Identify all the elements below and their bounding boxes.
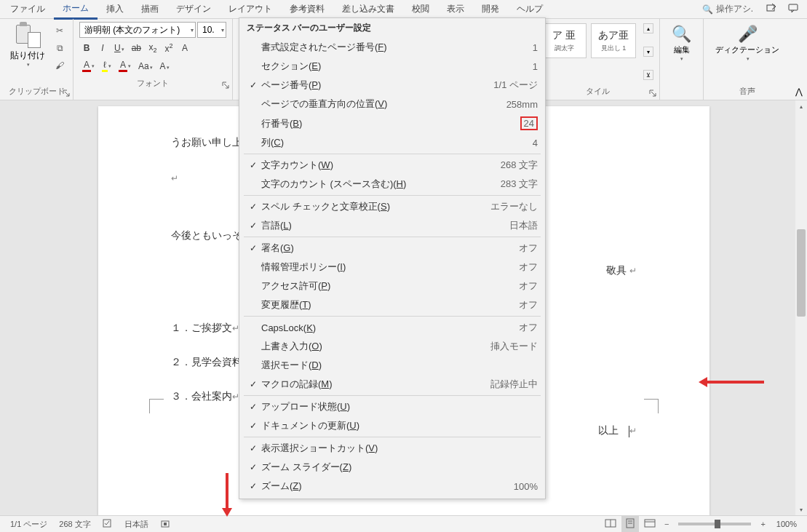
zoom-in-button[interactable]: + [757, 517, 768, 531]
styles-gallery[interactable]: ア 亜 調太字 あア亜 見出し 1 [540, 22, 642, 82]
paste-label[interactable]: 貼り付け [10, 49, 45, 62]
bold-button[interactable]: B [79, 41, 94, 55]
menu-item[interactable]: セクション(E)1 [239, 57, 545, 76]
menu-item[interactable]: ✓アップロード状態(U) [239, 397, 545, 416]
menu-references[interactable]: 参考資料 [281, 0, 333, 18]
menu-item[interactable]: 書式設定されたページ番号(F)1 [239, 38, 545, 57]
menu-item[interactable]: ✓表示選択ショートカット(V) [239, 439, 545, 458]
view-print-layout[interactable] [621, 516, 639, 532]
scroll-track[interactable] [795, 112, 807, 504]
zoom-slider-thumb[interactable] [715, 520, 720, 528]
menu-item[interactable]: アクセス許可(P)オフ [239, 277, 545, 295]
menu-item[interactable]: ✓スペル チェックと文章校正(S)エラーなし [239, 197, 545, 216]
menu-item-label: アップロード状態(U) [261, 400, 538, 413]
menu-item-label: 署名(G) [261, 242, 519, 255]
font-size-combo[interactable]: 10.▾ [197, 22, 226, 38]
menu-item[interactable]: ✓マクロの記録(M)記録停止中 [239, 375, 545, 394]
chevron-down-icon: ▾ [191, 27, 194, 33]
share-button[interactable] [762, 1, 781, 17]
scroll-down-button[interactable]: ▾ [795, 504, 807, 515]
menu-item[interactable]: CapsLock(K)オフ [239, 318, 545, 337]
menu-help[interactable]: ヘルプ [508, 0, 552, 18]
dialog-launcher-icon[interactable] [649, 90, 656, 97]
menu-item[interactable]: ✓ページ番号(P)1/1 ページ [239, 76, 545, 95]
view-web-layout[interactable] [640, 517, 659, 531]
menu-item[interactable]: ✓ドキュメントの更新(U) [239, 416, 545, 435]
zoom-slider[interactable] [678, 523, 751, 525]
strikethrough-button[interactable]: ab [129, 41, 144, 55]
cut-icon[interactable]: ✂ [54, 25, 65, 36]
italic-button[interactable]: I [95, 41, 110, 55]
menu-item[interactable]: ✓署名(G)オフ [239, 239, 545, 258]
menu-mailings[interactable]: 差し込み文書 [333, 0, 403, 18]
paste-icon[interactable] [15, 22, 41, 48]
menu-item[interactable]: ✓ズーム スライダー(Z) [239, 458, 545, 477]
menu-item-value: 挿入モード [490, 340, 538, 353]
view-read-mode[interactable] [601, 517, 620, 531]
menu-review[interactable]: 校閲 [403, 0, 438, 18]
format-painter-icon[interactable]: 🖌 [54, 60, 65, 71]
menu-view[interactable]: 表示 [438, 0, 473, 18]
clear-format-button[interactable]: A [178, 41, 192, 55]
copy-icon[interactable]: ⧉ [54, 42, 65, 54]
styles-expand[interactable]: ⊻ [643, 70, 653, 80]
menu-item[interactable]: 選択モード(D) [239, 356, 545, 375]
styles-scroll-up[interactable]: ▴ [643, 23, 653, 33]
superscript-button[interactable]: x2 [162, 41, 176, 55]
style-item[interactable]: ア 亜 調太字 [541, 23, 587, 58]
ribbon-group-voice: 🎤 ディクテーション ▾ 音声 [704, 19, 791, 100]
chevron-down-icon[interactable]: ▾ [27, 62, 30, 68]
highlight-color-button[interactable]: ℓ▾ [99, 58, 114, 74]
editing-button[interactable]: 🔍 編集 ▾ [664, 22, 699, 92]
zoom-level[interactable]: 100% [771, 520, 803, 528]
menu-item[interactable]: 行番号(B)24 [239, 114, 545, 133]
dictate-button[interactable]: 🎤 ディクテーション ▾ [708, 22, 787, 82]
change-case-button[interactable]: Aa▾ [135, 60, 156, 73]
text-effects-button[interactable]: A▾ [157, 60, 172, 73]
menu-file[interactable]: ファイル [1, 0, 54, 18]
underline-button[interactable]: U▾ [111, 41, 127, 55]
menu-draw[interactable]: 描画 [132, 0, 167, 18]
font-group-label: フォント [73, 76, 232, 92]
menu-item[interactable]: ✓言語(L)日本語 [239, 216, 545, 235]
styles-scroll-down[interactable]: ▾ [643, 47, 653, 57]
collapse-ribbon-button[interactable]: ⋀ [791, 87, 807, 97]
status-page[interactable]: 1/1 ページ [4, 519, 53, 530]
menu-layout[interactable]: レイアウト [220, 0, 281, 18]
status-macro-icon[interactable] [154, 518, 176, 530]
check-icon: ✓ [245, 402, 261, 412]
font-color-button[interactable]: A▾ [79, 58, 98, 74]
dialog-launcher-icon[interactable] [222, 82, 229, 89]
menu-item[interactable]: 情報管理ポリシー(I)オフ [239, 258, 545, 277]
menu-item[interactable]: 上書き入力(O)挿入モード [239, 337, 545, 356]
check-icon: ✓ [245, 221, 261, 231]
menu-separator [244, 437, 541, 437]
font-fill-button[interactable]: A▾ [116, 58, 134, 74]
vertical-scrollbar[interactable]: ▴ ▾ [795, 100, 807, 515]
menu-home[interactable]: ホーム [54, 0, 98, 20]
menu-item[interactable]: 文字のカウント (スペース含む)(H)283 文字 [239, 175, 545, 194]
menu-item-label: 言語(L) [261, 219, 509, 232]
menu-design[interactable]: デザイン [167, 0, 220, 18]
microphone-icon: 🎤 [738, 25, 758, 44]
menu-item[interactable]: ✓ズーム(Z)100% [239, 477, 545, 496]
status-proofing-icon[interactable] [97, 519, 119, 529]
menu-developer[interactable]: 開発 [473, 0, 508, 18]
status-language[interactable]: 日本語 [119, 519, 154, 530]
menu-item[interactable]: ✓文字カウント(W)268 文字 [239, 156, 545, 175]
scroll-up-button[interactable]: ▴ [795, 100, 807, 112]
status-word-count[interactable]: 268 文字 [53, 519, 96, 530]
dialog-launcher-icon[interactable] [63, 90, 70, 97]
scroll-thumb[interactable] [797, 229, 806, 317]
subscript-button[interactable]: x2 [146, 41, 160, 55]
menu-insert[interactable]: 挿入 [98, 0, 132, 18]
menu-item-label: マクロの記録(M) [261, 378, 490, 391]
zoom-out-button[interactable]: − [661, 517, 672, 531]
comments-button[interactable] [784, 1, 803, 17]
style-item[interactable]: あア亜 見出し 1 [591, 23, 636, 58]
tell-me-search[interactable]: 🔍 操作アシ. [696, 1, 759, 17]
menu-item[interactable]: ページでの垂直方向の位置(V)258mm [239, 95, 545, 114]
menu-item[interactable]: 列(C)4 [239, 133, 545, 152]
font-name-combo[interactable]: 游明朝 (本文のフォント)▾ [79, 22, 196, 38]
menu-item[interactable]: 変更履歴(T)オフ [239, 295, 545, 314]
